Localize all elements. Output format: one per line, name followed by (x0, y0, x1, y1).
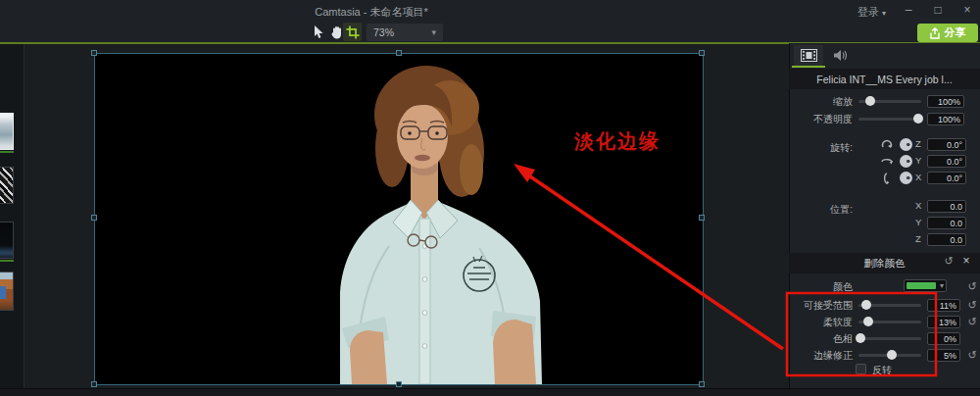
reset-icon[interactable]: ↺ (966, 280, 978, 293)
hue-row: 色相 0% (0, 332, 980, 346)
defringe-value[interactable]: 5% (927, 349, 960, 362)
minimize-button[interactable]: – (900, 3, 917, 17)
scale-slider-knob[interactable] (865, 96, 875, 106)
opacity-row: 不透明度 100% (0, 113, 980, 126)
softness-row: 柔软度 13% ↺ (0, 316, 980, 329)
position-y-row: Y 0.0 (0, 217, 980, 230)
titlebar: Camtasia - 未命名项目* 登录 ▾ – □ × 73% ▾ (0, 0, 980, 42)
window-title: Camtasia - 未命名项目* (269, 5, 474, 20)
chevron-down-icon: ▾ (940, 281, 944, 290)
scale-value[interactable]: 100% (927, 95, 964, 108)
scale-row: 缩放 100% (0, 95, 980, 109)
login-label: 登录 (858, 6, 879, 18)
tolerance-slider-knob[interactable] (861, 300, 871, 310)
tolerance-row: 可接受范围 11% ↺ (0, 299, 980, 313)
canvas-zoom-dropdown[interactable]: 73% ▾ (367, 24, 443, 41)
hand-icon (330, 25, 343, 39)
softness-slider-knob[interactable] (863, 317, 873, 326)
maximize-button[interactable]: □ (929, 3, 947, 17)
selection-handle-bottom-right[interactable] (699, 381, 705, 387)
defringe-label: 边缘修正 (780, 349, 853, 363)
opacity-slider-knob[interactable] (913, 114, 923, 124)
position-x-row: X 0.0 (0, 200, 980, 214)
reset-icon[interactable]: ↺ (966, 349, 978, 362)
axis-letter: Z (915, 233, 925, 244)
rotation-y-dial[interactable] (900, 155, 912, 168)
key-color-swatch[interactable]: ▾ (904, 279, 947, 292)
clip-title: Felicia INT__MS Every job l... (816, 74, 952, 85)
rotation-z-dial[interactable] (900, 138, 912, 151)
selection-handle-top-middle[interactable] (396, 50, 402, 56)
rotate-x-icon (880, 172, 894, 185)
rotation-x-dial[interactable] (900, 172, 912, 184)
position-y-value[interactable]: 0.0 (927, 217, 966, 229)
hue-slider-knob[interactable] (856, 333, 865, 343)
axis-letter: Y (915, 217, 925, 227)
position-z-value[interactable]: 0.0 (927, 233, 966, 246)
close-button[interactable]: × (958, 3, 976, 17)
rotation-y-value[interactable]: 0.0° (927, 155, 966, 168)
share-label: 分享 (945, 25, 966, 40)
scale-label: 缩放 (780, 95, 853, 109)
selection-handle-bottom-middle[interactable] (396, 381, 402, 387)
rotation-y-row: Y 0.0° (0, 155, 980, 169)
key-color-row: 颜色 ▾ ↺ (0, 280, 980, 294)
defringe-slider-knob[interactable] (887, 350, 897, 360)
tolerance-label: 可接受范围 (780, 299, 853, 313)
share-button[interactable]: 分享 (917, 24, 978, 42)
hue-slider[interactable] (858, 332, 921, 344)
speaker-icon (833, 49, 848, 62)
rotate-y-icon (880, 155, 894, 169)
rotation-z-row: Z 0.0° (0, 138, 980, 152)
rotation-x-value[interactable]: 0.0° (927, 172, 966, 184)
login-button[interactable]: 登录 ▾ (858, 5, 886, 20)
position-x-value[interactable]: 0.0 (927, 200, 966, 213)
pan-tool-button[interactable] (328, 25, 344, 40)
axis-letter: Y (915, 155, 925, 166)
key-color-fill (906, 282, 936, 289)
reset-icon[interactable]: ↺ (966, 316, 978, 328)
tolerance-value[interactable]: 11% (927, 299, 960, 312)
rotate-z-icon (880, 138, 894, 152)
filmstrip-icon (801, 49, 817, 62)
defringe-row: 边缘修正 5% ↺ (0, 349, 980, 363)
reset-effect-icon[interactable]: ↺ (943, 255, 955, 268)
tab-visual-properties[interactable] (794, 45, 823, 66)
rotation-z-value[interactable]: 0.0° (927, 138, 966, 151)
hue-label: 色相 (780, 332, 853, 346)
crop-tool-button[interactable] (343, 23, 362, 41)
opacity-value[interactable]: 100% (927, 113, 964, 125)
cursor-arrow-icon (314, 25, 325, 39)
softness-value[interactable]: 13% (927, 316, 960, 328)
select-tool-button[interactable] (312, 25, 327, 40)
selection-handle-bottom-left[interactable] (91, 381, 97, 387)
softness-slider[interactable] (858, 316, 921, 327)
invert-label: 反转 (872, 364, 892, 377)
opacity-label: 不透明度 (780, 113, 853, 126)
hue-value[interactable]: 0% (927, 332, 960, 345)
camtasia-window: Camtasia - 未命名项目* 登录 ▾ – □ × 73% ▾ (0, 0, 980, 396)
defringe-slider[interactable] (858, 349, 921, 361)
chevron-down-icon: ▾ (431, 27, 436, 37)
canvas-zoom-value: 73% (373, 26, 394, 38)
reset-icon[interactable]: ↺ (966, 299, 978, 312)
active-tab-underline (792, 66, 825, 68)
axis-letter: X (915, 200, 925, 211)
thumbnail-selected-indicator (0, 260, 14, 262)
axis-letter: Z (915, 138, 925, 149)
selection-handle-top-right[interactable] (699, 50, 705, 56)
chevron-down-icon: ▾ (882, 9, 886, 18)
export-icon (930, 27, 940, 39)
opacity-slider[interactable] (858, 113, 921, 124)
scale-slider[interactable] (858, 95, 921, 107)
softness-label: 柔软度 (780, 316, 853, 329)
invert-checkbox[interactable] (856, 364, 866, 374)
tab-audio-properties[interactable] (826, 45, 854, 66)
rotation-x-row: X 0.0° (0, 172, 980, 185)
crop-icon (346, 25, 360, 39)
tolerance-slider[interactable] (858, 299, 921, 311)
selection-handle-top-left[interactable] (91, 50, 97, 56)
axis-letter: X (915, 172, 925, 182)
invert-row: 反转 (0, 364, 980, 377)
remove-effect-close-icon[interactable]: × (960, 254, 972, 268)
